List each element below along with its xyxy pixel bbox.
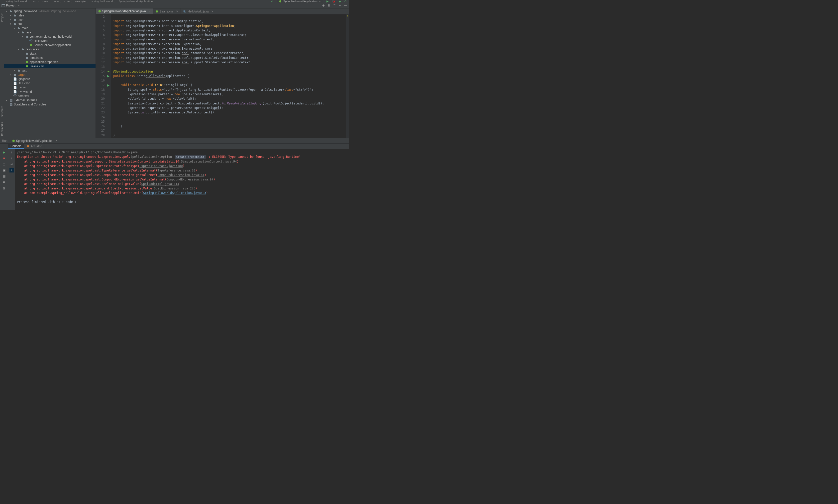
breadcrumb-seg[interactable]: java xyxy=(54,0,58,2)
rail-bookmarks[interactable]: Bookmarks xyxy=(0,122,3,136)
project-tool-label[interactable]: Project ▼ xyxy=(1,4,20,7)
tree-appprops[interactable]: ⬢ application.properties xyxy=(4,60,95,64)
close-icon[interactable]: ✕ xyxy=(55,139,57,142)
tree-gitignore[interactable]: 📄 .gitignore xyxy=(4,77,95,81)
expand-all-icon[interactable]: ⇊ xyxy=(327,3,331,8)
stack-link[interactable]: SpringHelloworldApplication.java:23 xyxy=(143,191,206,195)
checkmark-icon[interactable]: ✔ xyxy=(271,0,273,2)
profile-icon[interactable]: ⟳ xyxy=(345,0,347,2)
tree-static[interactable]: 🖿 static xyxy=(4,51,95,56)
stack-link[interactable]: SpelNodeImpl.java:114 xyxy=(141,182,179,186)
tree-root[interactable]: ▾ 🖿 spring_helloworld ~/Projects/spring_… xyxy=(4,9,95,13)
locate-icon[interactable]: ⊕ xyxy=(321,3,326,8)
trash-icon[interactable]: 🗑 xyxy=(2,186,6,191)
stack-link[interactable]: SpelExpression.java:273 xyxy=(154,187,195,190)
gear-icon[interactable]: ✻ xyxy=(338,3,342,8)
line-number[interactable]: 4 xyxy=(96,24,105,28)
line-number[interactable]: 14 xyxy=(96,69,105,74)
layout-icon[interactable]: ▦ xyxy=(2,174,6,178)
line-number[interactable]: 27 xyxy=(96,128,105,133)
line-number[interactable]: 7 xyxy=(96,37,105,42)
stack-link[interactable]: TypeReference.java:70 xyxy=(158,169,195,172)
stack-link[interactable]: ExpressionState.java:180 xyxy=(139,164,182,168)
tab-console[interactable]: Console xyxy=(8,144,24,149)
tree-mvnwcmd[interactable]: 📄 mvnw.cmd xyxy=(4,89,95,94)
print-icon[interactable]: 🖶 xyxy=(2,180,6,184)
up-icon[interactable]: ↑ xyxy=(10,150,14,155)
breadcrumb-seg[interactable]: src xyxy=(33,0,36,2)
debug-icon[interactable]: 🐞 xyxy=(332,0,335,2)
tree-templates[interactable]: 🖿 templates xyxy=(4,56,95,60)
close-icon[interactable]: ✕ xyxy=(149,10,151,13)
line-number[interactable]: 16 xyxy=(96,78,105,83)
create-breakpoint-button[interactable]: Create breakpoint xyxy=(175,155,206,159)
line-number[interactable]: 28 xyxy=(96,133,105,138)
tree-ext[interactable]: ▸ ▥ External Libraries xyxy=(4,98,95,102)
stack-link[interactable]: CompoundExpression.java:97 xyxy=(167,178,213,181)
line-number[interactable]: 18 xyxy=(96,88,105,92)
line-number[interactable]: 10 xyxy=(96,51,105,55)
wrap-icon[interactable]: ↩ xyxy=(10,162,14,166)
editor-tab[interactable]: ⓒ HelloWorld.java ✕ xyxy=(181,8,216,14)
breadcrumb-seg[interactable]: example xyxy=(75,0,86,2)
editor-tab[interactable]: ⬢ SpringHelloworldApplication.java ✕ xyxy=(96,8,153,14)
collapse-all-icon[interactable]: ⇈ xyxy=(332,3,337,8)
editor-tab[interactable]: ⬢ Beans.xml ✕ xyxy=(153,8,181,14)
line-number[interactable]: 13 xyxy=(96,65,105,69)
stop-icon[interactable]: ■ xyxy=(2,156,6,161)
breadcrumb-seg[interactable]: spring_helloworld xyxy=(91,0,113,2)
stack-link[interactable]: SimpleEvaluationContext.java:94 xyxy=(181,160,237,163)
code-editor[interactable]: import org.springframework.boot.SpringAp… xyxy=(111,15,346,138)
breadcrumb-seg[interactable]: spring_helloworld xyxy=(5,0,27,2)
breakpoint-icon[interactable]: ◌ xyxy=(2,162,6,166)
error-stripe[interactable]: ⚠ xyxy=(346,15,349,138)
tree-scratch[interactable]: ▧ Scratches and Consoles xyxy=(4,102,95,106)
line-number[interactable]: 11 xyxy=(96,56,105,60)
tab-actuator[interactable]: ⬢Actuator xyxy=(24,144,45,148)
line-number[interactable]: 12 xyxy=(96,60,105,65)
close-icon[interactable]: ✕ xyxy=(211,10,213,13)
line-number[interactable]: 26 xyxy=(96,124,105,128)
line-number[interactable]: 17 xyxy=(96,83,105,87)
tree-helloworld[interactable]: ⓒ HelloWorld xyxy=(4,39,95,43)
line-number[interactable]: 8 xyxy=(96,42,105,47)
line-number[interactable]: 25 xyxy=(96,120,105,124)
tree-target[interactable]: ▸ 🖿 target xyxy=(4,73,95,77)
line-number[interactable]: 2 xyxy=(96,15,105,19)
close-icon[interactable]: ✕ xyxy=(176,10,178,13)
tree-idea[interactable]: ▸ 🖿 .idea xyxy=(4,13,95,17)
console-output[interactable]: /Library/Java/JavaVirtualMachines/jdk-17… xyxy=(15,149,349,210)
breadcrumb-seg[interactable]: com xyxy=(64,0,70,2)
line-number[interactable]: 24 xyxy=(96,115,105,120)
run-icon[interactable]: ▶ xyxy=(327,0,329,2)
line-number[interactable]: 6 xyxy=(96,33,105,37)
line-number[interactable]: 9 xyxy=(96,47,105,51)
tree-java[interactable]: ▾ 🖿 java xyxy=(4,30,95,34)
line-number[interactable]: 22 xyxy=(96,106,105,110)
breadcrumb-seg[interactable]: main xyxy=(42,0,48,2)
tree-pkg[interactable]: ▾ ▣ com.example.spring_helloworld xyxy=(4,34,95,39)
rail-project[interactable]: Project xyxy=(0,14,3,22)
stack-link[interactable]: CompoundExpression.java:61 xyxy=(158,173,205,177)
rail-structure[interactable]: Structure xyxy=(0,106,3,117)
tree-mvn[interactable]: ▸ 🖿 .mvn xyxy=(4,17,95,22)
run-tab-config[interactable]: ⬢ SpringHelloworldApplication ✕ xyxy=(10,139,59,143)
tree-test[interactable]: ▸ 🖿 test xyxy=(4,68,95,73)
run-gutter-icon[interactable]: ▶ xyxy=(107,74,111,78)
line-number[interactable]: 15 xyxy=(96,74,105,78)
tree-help[interactable]: 📄 HELP.md xyxy=(4,81,95,85)
coverage-icon[interactable]: ▶ xyxy=(339,0,341,2)
camera-icon[interactable]: ▣ xyxy=(2,168,6,173)
hide-icon[interactable]: — xyxy=(343,3,348,8)
line-number[interactable]: 23 xyxy=(96,110,105,115)
tree-app[interactable]: ⬢ SpringHelloworldApplication xyxy=(4,43,95,47)
tree-mvnw[interactable]: 📄 mvnw xyxy=(4,85,95,89)
down-icon[interactable]: ↓ xyxy=(10,156,14,161)
line-number[interactable]: 21 xyxy=(96,101,105,106)
tree-src[interactable]: ▾ 🖿 src xyxy=(4,22,95,26)
line-number[interactable]: 20 xyxy=(96,96,105,101)
scroll-icon[interactable]: ⤓ xyxy=(10,168,14,173)
breadcrumb-seg[interactable]: SpringHelloworldApplication xyxy=(119,0,153,2)
exception-link[interactable]: SpelEvaluationException xyxy=(130,155,172,159)
tree-pom[interactable]: ⓜ pom.xml xyxy=(4,94,95,98)
